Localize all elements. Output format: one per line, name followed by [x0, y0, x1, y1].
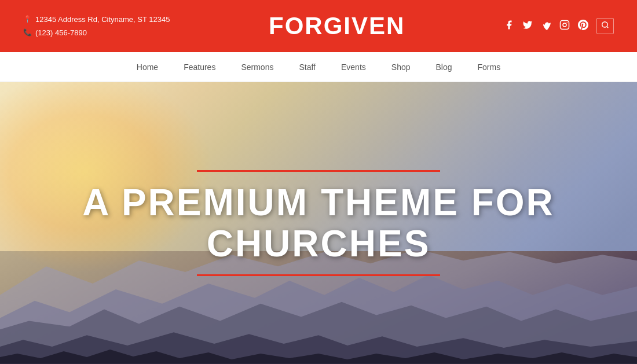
nav-item-forms[interactable]: Forms [465, 53, 514, 81]
svg-rect-0 [560, 21, 569, 30]
location-icon: 📍 [23, 13, 32, 26]
social-icons-group [504, 18, 614, 34]
nav-item-features[interactable]: Features [171, 53, 228, 81]
contact-info: 📍 12345 Address Rd, Cityname, ST 12345 📞… [23, 13, 170, 40]
hero-section: A PREMIUM THEME FOR CHURCHES [0, 82, 637, 364]
search-button[interactable] [596, 18, 614, 34]
nav-items: Home Features Sermons Staff Events Shop … [124, 53, 513, 81]
hero-content: A PREMIUM THEME FOR CHURCHES [0, 170, 637, 276]
top-bar: 📍 12345 Address Rd, Cityname, ST 12345 📞… [0, 0, 637, 52]
nav-item-sermons[interactable]: Sermons [228, 53, 286, 81]
vimeo-icon[interactable] [541, 20, 551, 32]
nav-item-blog[interactable]: Blog [423, 53, 465, 81]
svg-line-4 [607, 27, 609, 28]
nav-item-shop[interactable]: Shop [379, 53, 423, 81]
nav-bar: Home Features Sermons Staff Events Shop … [0, 52, 637, 82]
twitter-icon[interactable] [522, 20, 533, 32]
phone-text: (123) 456-7890 [35, 26, 87, 39]
svg-point-3 [602, 22, 607, 27]
nav-item-events[interactable]: Events [328, 53, 379, 81]
facebook-icon[interactable] [504, 20, 514, 32]
svg-point-2 [566, 22, 568, 23]
instagram-icon[interactable] [559, 20, 570, 32]
hero-divider-bottom [197, 274, 440, 276]
nav-item-staff[interactable]: Staff [286, 53, 328, 81]
site-title: FORGIVEN [269, 12, 405, 40]
nav-item-home[interactable]: Home [124, 53, 171, 81]
hero-headline: A PREMIUM THEME FOR CHURCHES [0, 182, 637, 264]
phone-icon: 📞 [23, 27, 32, 39]
address-text: 12345 Address Rd, Cityname, ST 12345 [35, 13, 170, 26]
pinterest-icon[interactable] [578, 20, 588, 32]
hero-divider-top [197, 170, 440, 172]
svg-point-1 [563, 23, 566, 27]
